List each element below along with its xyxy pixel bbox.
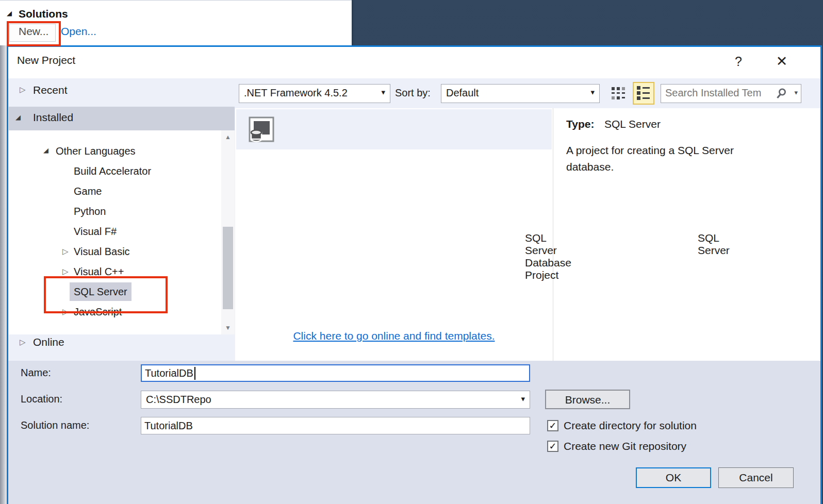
text-caret <box>194 367 195 380</box>
chevron-right-icon[interactable]: ▷ <box>20 85 26 94</box>
sql-database-project-icon <box>248 115 275 143</box>
sort-by-label: Sort by: <box>395 87 431 99</box>
chevron-down-icon[interactable]: ▾ <box>794 89 798 96</box>
nav-installed-row[interactable]: ◢ Installed <box>9 107 235 130</box>
search-placeholder: Search Installed Templates <box>665 87 761 99</box>
template-language: SQL Server <box>698 232 730 257</box>
browse-button[interactable]: Browse... <box>545 390 630 409</box>
scroll-up-icon[interactable]: ▲ <box>221 133 235 141</box>
chevron-down-icon: ▾ <box>590 88 595 97</box>
type-label: Type: <box>566 118 594 130</box>
location-dropdown[interactable]: C:\SSDTRepo ▾ <box>141 391 530 409</box>
checkbox-create-git-repo[interactable]: ✓ <box>547 441 558 452</box>
solution-name-field-wrap <box>141 417 530 434</box>
cancel-button[interactable]: Cancel <box>718 467 794 488</box>
dialog-titlebar <box>8 47 820 78</box>
tree-item-label: Python <box>74 202 106 221</box>
scroll-down-icon[interactable]: ▼ <box>221 324 235 331</box>
framework-dropdown[interactable]: .NET Framework 4.5.2 ▾ <box>239 84 390 103</box>
ok-button-label: OK <box>666 472 681 483</box>
location-value: C:\SSDTRepo <box>146 394 211 406</box>
tree-item-visual-basic[interactable]: ▷ Visual Basic <box>9 242 235 261</box>
list-view-icon <box>637 86 650 100</box>
name-label: Name: <box>21 367 51 379</box>
screen: ◢ Solutions New... Open... New Project ?… <box>0 0 823 504</box>
tree-item-other-languages[interactable]: ◢ Other Languages <box>9 142 235 160</box>
framework-value: .NET Framework 4.5.2 <box>244 87 348 99</box>
browse-button-label: Browse... <box>565 394 611 406</box>
expander-down-icon[interactable]: ◢ <box>7 9 12 17</box>
expander-down-icon[interactable]: ◢ <box>15 113 21 121</box>
check-icon: ✓ <box>549 441 556 451</box>
solutions-heading: Solutions <box>19 8 68 20</box>
close-icon[interactable]: ✕ <box>770 50 793 73</box>
nav-online[interactable]: Online <box>33 336 64 348</box>
check-icon: ✓ <box>549 421 556 431</box>
help-icon[interactable]: ? <box>728 51 749 72</box>
list-view-button[interactable] <box>633 82 654 105</box>
search-icon[interactable] <box>775 88 787 100</box>
name-field-wrap <box>141 364 530 382</box>
location-label: Location: <box>21 393 62 405</box>
tree-scrollbar[interactable]: ▲ ▼ <box>221 130 235 334</box>
annotation-red-box-new <box>7 21 61 46</box>
dialog-title: New Project <box>17 54 75 66</box>
tree-item-label: Visual F# <box>74 222 117 241</box>
chevron-down-icon[interactable]: ▾ <box>521 394 525 404</box>
tree-item-build-accelerator[interactable]: Build Accelerator <box>9 162 235 180</box>
template-item-sql-server-database-project[interactable]: SQL Server Database Project SQL Server <box>236 109 552 149</box>
tree-item-label: Game <box>74 182 102 200</box>
small-icons-view-button[interactable] <box>611 87 627 100</box>
tree-item-label: Other Languages <box>56 142 136 160</box>
open-solution-link[interactable]: Open... <box>61 25 96 38</box>
template-name: SQL Server Database Project <box>525 232 571 281</box>
solution-name-input[interactable] <box>141 417 536 434</box>
annotation-red-box-sql-server <box>44 276 168 313</box>
nav-installed: Installed <box>33 111 73 124</box>
checkbox-create-git-repo-label[interactable]: Create new Git repository <box>564 440 686 452</box>
cancel-button-label: Cancel <box>739 472 772 483</box>
grid-view-icon <box>611 87 627 100</box>
nav-recent[interactable]: Recent <box>33 84 68 96</box>
tree-item-python[interactable]: Python <box>9 202 235 221</box>
template-description: A project for creating a SQL Server data… <box>566 142 772 175</box>
type-value: SQL Server <box>604 118 661 130</box>
expander-down-icon[interactable]: ◢ <box>43 141 48 160</box>
sort-value: Default <box>446 87 479 99</box>
checkbox-create-directory-label[interactable]: Create directory for solution <box>564 419 697 432</box>
tree-item-label: Build Accelerator <box>74 162 151 180</box>
scrollbar-thumb[interactable] <box>223 227 233 309</box>
window-edge <box>0 45 7 504</box>
chevron-down-icon: ▾ <box>381 88 385 97</box>
solution-name-label: Solution name: <box>21 419 89 431</box>
chevron-right-icon[interactable]: ▷ <box>20 338 26 347</box>
tree-item-label: Visual Basic <box>74 242 130 261</box>
checkbox-create-directory[interactable]: ✓ <box>547 420 558 431</box>
chevron-right-icon[interactable]: ▷ <box>62 242 69 261</box>
name-input[interactable] <box>142 365 535 381</box>
search-input[interactable]: Search Installed Templates ▾ <box>661 84 801 103</box>
go-online-link[interactable]: Click here to go online and find templat… <box>293 330 495 342</box>
tree-item-visual-fsharp[interactable]: Visual F# <box>9 222 235 241</box>
tree-item-game[interactable]: Game <box>9 182 235 200</box>
sort-dropdown[interactable]: Default ▾ <box>441 84 600 103</box>
ok-button[interactable]: OK <box>636 467 711 488</box>
online-templates-link-row: Click here to go online and find templat… <box>235 330 553 342</box>
